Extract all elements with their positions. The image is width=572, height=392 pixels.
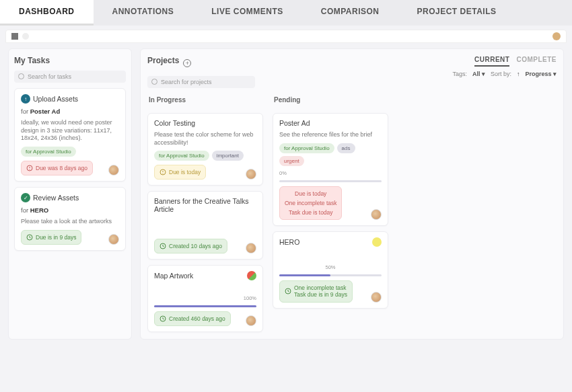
task-for: for Poster Ad bbox=[21, 108, 119, 115]
progress-bar bbox=[279, 180, 382, 182]
project-pill: urgent bbox=[279, 156, 304, 166]
avatar bbox=[246, 169, 256, 180]
search-icon bbox=[151, 79, 158, 85]
project-title: Poster Ad bbox=[279, 119, 382, 127]
tab-project-details[interactable]: PROJECT DETAILS bbox=[398, 0, 515, 26]
sort-label: Sort by: bbox=[491, 71, 511, 77]
projects-search-placeholder: Search for projects bbox=[161, 79, 212, 85]
clock-icon bbox=[26, 234, 33, 241]
tasks-search[interactable]: Search for tasks bbox=[14, 71, 126, 83]
tab-live-comments[interactable]: LIVE COMMENTS bbox=[192, 0, 302, 26]
project-title: Banners for the Creative Talks Article bbox=[154, 197, 256, 213]
project-card[interactable]: Map Artwork 100% Created 460 days ago bbox=[147, 265, 263, 332]
task-title: Upload Assets bbox=[33, 95, 78, 103]
subtab-complete[interactable]: COMPLETE bbox=[516, 56, 557, 67]
brand-dot bbox=[22, 33, 29, 40]
current-user-avatar[interactable] bbox=[552, 32, 561, 40]
task-card[interactable]: ↑ Upload Assets for Poster Ad Ideally, w… bbox=[14, 88, 126, 182]
review-icon: ✓ bbox=[21, 193, 30, 202]
task-desc: Ideally, we would need one poster design… bbox=[21, 119, 119, 143]
progress-label: 0% bbox=[279, 170, 382, 176]
clock-icon bbox=[159, 315, 166, 322]
avatar bbox=[108, 234, 119, 245]
clock-icon bbox=[285, 288, 291, 295]
project-title: HERO bbox=[279, 238, 299, 246]
column-heading: Pending bbox=[274, 96, 388, 104]
task-pill: for Approval Studio bbox=[21, 147, 76, 157]
task-for: for HERO bbox=[21, 206, 119, 214]
top-nav: DASHBOARD ANNOTATIONS LIVE COMMENTS COMP… bbox=[0, 0, 572, 26]
tab-annotations[interactable]: ANNOTATIONS bbox=[94, 0, 193, 26]
project-status: Created 10 days ago bbox=[154, 239, 227, 253]
project-desc: Please test the color scheme for web acc… bbox=[154, 131, 256, 147]
project-status: One incomplete task Task due is in 9 day… bbox=[279, 280, 353, 302]
project-status: Created 460 days ago bbox=[154, 311, 231, 326]
progress-label: 100% bbox=[154, 295, 256, 301]
column-pending: Pending Poster Ad See the reference file… bbox=[273, 93, 388, 332]
project-card[interactable]: HERO 50% One incomplete task Task d bbox=[273, 231, 388, 308]
projects-panel: Projects + CURRENT COMPLETE Tags: All ▾ … bbox=[140, 48, 564, 340]
project-card[interactable]: Poster Ad See the reference files for th… bbox=[273, 113, 388, 226]
svg-point-2 bbox=[29, 169, 30, 169]
task-status: Due is in 9 days bbox=[21, 230, 81, 245]
titlebar bbox=[5, 30, 567, 43]
my-tasks-heading: My Tasks bbox=[14, 56, 126, 65]
tab-comparison[interactable]: COMPARISON bbox=[302, 0, 398, 26]
status-dot bbox=[247, 271, 256, 280]
project-card[interactable]: Banners for the Creative Talks Article C… bbox=[147, 191, 263, 260]
column-heading: In Progress bbox=[149, 96, 263, 104]
alert-icon bbox=[159, 169, 166, 175]
progress-label: 50% bbox=[279, 264, 382, 270]
avatar bbox=[371, 292, 382, 303]
project-pill: ads bbox=[337, 143, 355, 153]
project-status: Due is today One incomplete task Task du… bbox=[279, 186, 342, 221]
tab-dashboard[interactable]: DASHBOARD bbox=[0, 0, 94, 26]
sort-field[interactable]: Progress ▾ bbox=[525, 71, 557, 77]
search-icon bbox=[18, 73, 25, 80]
projects-filters: CURRENT COMPLETE Tags: All ▾ Sort by: ↑ … bbox=[452, 56, 557, 77]
tasks-search-placeholder: Search for tasks bbox=[28, 73, 71, 80]
task-title: Review Assets bbox=[33, 194, 79, 202]
add-project-button[interactable]: + bbox=[183, 59, 191, 67]
subtab-current[interactable]: CURRENT bbox=[474, 56, 509, 67]
alert-icon bbox=[26, 165, 33, 171]
project-pill: for Approval Studio bbox=[279, 143, 334, 153]
project-title: Map Artwork bbox=[154, 272, 193, 280]
avatar bbox=[246, 315, 256, 326]
projects-heading: Projects bbox=[147, 56, 179, 65]
avatar bbox=[108, 165, 119, 175]
status-dot bbox=[372, 237, 382, 247]
project-status: Due is today bbox=[154, 165, 206, 180]
project-pill: important bbox=[212, 151, 244, 161]
task-card[interactable]: ✓ Review Assets for HERO Please take a l… bbox=[14, 187, 126, 251]
tags-label: Tags: bbox=[452, 71, 467, 77]
progress-bar bbox=[279, 274, 382, 276]
progress-bar bbox=[154, 305, 256, 307]
project-desc: See the reference files for the brief bbox=[279, 131, 382, 139]
projects-search[interactable]: Search for projects bbox=[147, 76, 255, 88]
avatar bbox=[246, 243, 256, 253]
sort-direction[interactable]: ↑ bbox=[517, 71, 520, 77]
avatar bbox=[371, 209, 382, 220]
project-card[interactable]: Color Testing Please test the color sche… bbox=[147, 113, 263, 186]
my-tasks-panel: My Tasks Search for tasks ↑ Upload Asset… bbox=[8, 48, 132, 340]
project-title: Color Testing bbox=[154, 119, 256, 127]
clock-icon bbox=[159, 243, 166, 249]
upload-icon: ↑ bbox=[21, 94, 30, 104]
project-pill: for Approval Studio bbox=[154, 151, 209, 161]
tags-filter[interactable]: All ▾ bbox=[472, 71, 485, 77]
task-status: Due was 8 days ago bbox=[21, 161, 93, 175]
column-in-progress: In Progress Color Testing Please test th… bbox=[147, 93, 263, 332]
app-logo bbox=[11, 33, 18, 40]
svg-point-6 bbox=[162, 173, 163, 174]
task-desc: Please take a look at the artworks bbox=[21, 218, 119, 226]
